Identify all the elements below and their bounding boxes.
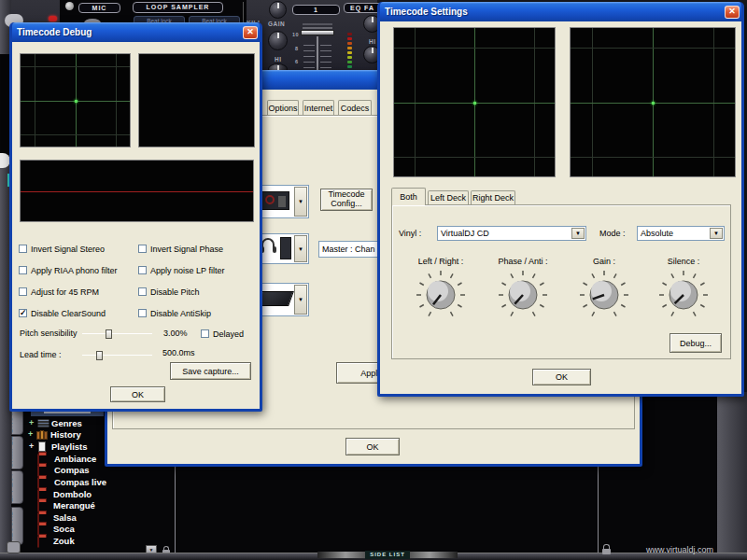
skin-corner-button[interactable]	[7, 541, 21, 553]
phase-knob[interactable]	[497, 269, 549, 321]
crossfader-handle[interactable]	[301, 30, 334, 35]
debug-ok-button[interactable]: OK	[110, 386, 165, 402]
checkbox-disable-pitch[interactable]	[138, 287, 147, 296]
sidebar-tab-sampler[interactable]: SAMPLER	[11, 436, 23, 469]
skin-right-strip	[717, 392, 747, 560]
checkbox-invert-stereo[interactable]	[19, 245, 27, 253]
folder-icon	[37, 536, 39, 548]
checkbox-invert-phase[interactable]	[138, 245, 147, 253]
record-led	[49, 16, 57, 21]
tab-both[interactable]: Both	[391, 188, 426, 205]
debug-scope-right	[138, 53, 255, 147]
sidebar-tab-effects[interactable]: EFFECTS	[11, 470, 23, 504]
chevron-down-icon[interactable]: ▼	[294, 285, 307, 315]
label-clearsound: Disable ClearSound	[31, 309, 106, 318]
website-link[interactable]: www.virtualdj.com	[646, 545, 713, 554]
chevron-down-icon[interactable]: ▼	[294, 235, 307, 262]
timecode-settings-window: Timecode Settings ✕	[377, 2, 744, 397]
soundcard-combo[interactable]: ▼	[257, 185, 309, 218]
lead-slider-track[interactable]	[82, 355, 152, 356]
debug-title: Timecode Debug	[12, 27, 243, 37]
history-icon	[36, 430, 49, 440]
knob-label-gain: Gain :	[563, 257, 645, 266]
power-knob[interactable]	[65, 2, 74, 10]
leftright-knob[interactable]	[415, 269, 467, 321]
mode-combo[interactable]: Absolute ▼	[637, 226, 725, 241]
close-icon[interactable]: ✕	[243, 26, 258, 39]
hi-knob-left[interactable]	[268, 31, 288, 50]
loop-sampler-button[interactable]: LOOP SAMPLER	[133, 2, 223, 13]
timecode-config-button[interactable]: Timecode Config...	[320, 189, 373, 211]
crossfader-track	[303, 23, 332, 25]
pitch-slider-track[interactable]	[82, 333, 152, 334]
tree-item-zouk[interactable]: Zouk	[28, 536, 30, 547]
vinyl-label: Vinyl :	[399, 229, 421, 238]
label-invert-stereo: Invert Signal Stereo	[31, 245, 105, 254]
tab-codecs[interactable]: Codecs	[338, 100, 372, 116]
tab-internet[interactable]: Internet	[303, 100, 334, 116]
channel-button[interactable]: 1	[292, 5, 340, 15]
timecode-scope-left	[393, 27, 556, 177]
checkbox-45rpm[interactable]	[19, 287, 27, 296]
timecode-debug-button[interactable]: Debug...	[669, 333, 722, 353]
vinyl-combo[interactable]: VirtualDJ CD ▼	[437, 226, 586, 241]
tree-item-dombolo[interactable]: Dombolo	[28, 489, 30, 500]
tab-right-deck[interactable]: Right Deck	[471, 190, 515, 205]
gain-label: GAIN	[268, 21, 285, 27]
checkbox-clearsound[interactable]	[19, 309, 27, 317]
knob-label-phase: Phase / Anti :	[482, 257, 564, 266]
tree-item-soca[interactable]: Soca	[28, 524, 30, 535]
chevron-down-icon[interactable]: ▼	[294, 187, 307, 217]
close-icon[interactable]: ✕	[725, 6, 740, 19]
tree-item-merangue[interactable]: Merangué	[28, 500, 30, 511]
pitch-fader-stem[interactable]	[317, 36, 318, 70]
gain-knob-dialog[interactable]	[578, 269, 630, 321]
keyboard-combo[interactable]: ▼	[257, 283, 309, 316]
speaker-icon	[280, 237, 291, 259]
hi-label-right: HI	[369, 38, 376, 45]
silence-knob[interactable]	[657, 269, 710, 321]
sidebar-tab-record[interactable]: RECORD	[11, 507, 23, 545]
keyboard-icon	[257, 291, 294, 306]
fader-scale-8: 8	[295, 46, 299, 51]
checkbox-antiskip[interactable]	[138, 309, 147, 317]
timecode-scope-right	[570, 27, 736, 177]
headphones-icon	[261, 238, 277, 255]
divider	[243, 2, 244, 24]
settings-ok-button[interactable]: OK	[345, 438, 400, 455]
debug-titlebar[interactable]: Timecode Debug ✕	[12, 22, 260, 42]
timecode-ok-button[interactable]: OK	[532, 369, 591, 385]
label-delayed: Delayed	[213, 329, 244, 339]
chevron-down-icon[interactable]: ▼	[710, 228, 723, 239]
expand-icon[interactable]: +	[29, 420, 35, 427]
lead-time-label: Lead time :	[20, 350, 62, 359]
checkbox-noise-lp[interactable]	[138, 266, 147, 274]
tree-item-salsa[interactable]: Salsa	[28, 512, 30, 524]
debug-scope-wide	[20, 160, 254, 222]
checkbox-delayed[interactable]	[201, 329, 209, 338]
label-riaa: Apply RIAA phono filter	[31, 266, 118, 275]
fader-scale-6: 6	[295, 59, 299, 64]
side-list-label[interactable]: SIDE LIST	[365, 551, 410, 559]
pitch-slider-thumb[interactable]	[106, 329, 112, 339]
expand-icon[interactable]: +	[29, 443, 35, 450]
checkbox-riaa[interactable]	[19, 266, 27, 274]
chevron-down-icon[interactable]: ▼	[571, 228, 585, 239]
pitch-sensibility-label: Pitch sensibility	[20, 329, 78, 338]
expand-icon[interactable]: +	[28, 431, 35, 438]
tab-left-deck[interactable]: Left Deck	[428, 190, 469, 205]
tree-item-compas[interactable]: Compas	[28, 465, 30, 476]
lead-slider-thumb[interactable]	[96, 351, 103, 360]
headphones-combo[interactable]: ▼	[257, 233, 309, 264]
tree-item-ambiance[interactable]: Ambiance	[28, 454, 30, 465]
pitch-value: 3.00%	[163, 329, 188, 338]
save-capture-button[interactable]: Save capture...	[170, 362, 251, 380]
knob-label-leftright: Left / Right :	[400, 257, 482, 266]
tab-options[interactable]: Options	[267, 100, 299, 116]
virtualdj-app: MIC LOOP SAMPLER Beat lock Beat lock 1 E…	[0, 0, 747, 560]
timecode-titlebar[interactable]: Timecode Settings ✕	[380, 2, 741, 21]
mic-button[interactable]: MIC	[78, 3, 120, 13]
knob-label-silence: Silence :	[642, 257, 725, 266]
tree-item-compas-live[interactable]: Compas live	[28, 477, 30, 488]
gain-knob[interactable]	[269, 1, 287, 19]
